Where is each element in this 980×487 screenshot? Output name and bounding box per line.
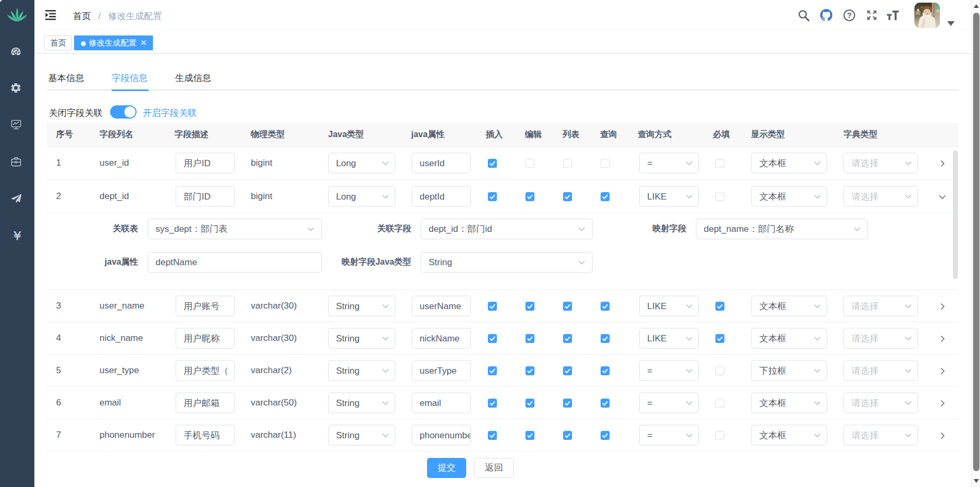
svg-text:?: ? bbox=[847, 11, 852, 20]
